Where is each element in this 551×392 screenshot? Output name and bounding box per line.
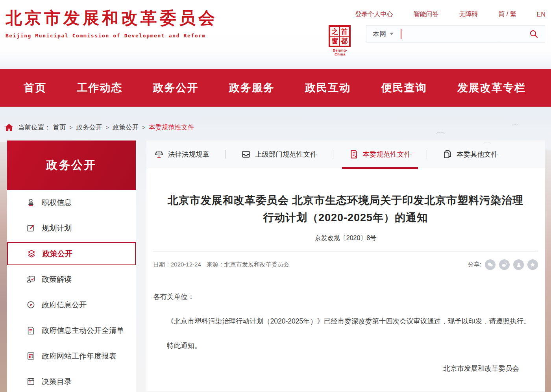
article-date: 日期：2020-12-24 bbox=[153, 261, 201, 268]
search-input[interactable] bbox=[401, 26, 529, 42]
sidebar-item-label: 政府信息公开 bbox=[42, 300, 87, 310]
background-photo-right-edge bbox=[545, 150, 551, 392]
article-source: 来源：北京市发展和改革委员会 bbox=[207, 261, 289, 268]
search-scope-label: 本网 bbox=[373, 30, 386, 39]
chevron-down-icon bbox=[390, 33, 394, 35]
breadcrumb: 当前位置： 首页 > 政务公开 > 政策公开 > 本委规范性文件 bbox=[5, 121, 551, 134]
document-icon bbox=[349, 150, 359, 159]
doc-list-icon bbox=[26, 326, 36, 335]
sidebar-item-label: 职权信息 bbox=[42, 198, 72, 208]
breadcrumb-item-home[interactable]: 首页 bbox=[53, 123, 66, 132]
sidebar-item-policy-disclosure[interactable]: 政策公开 bbox=[7, 242, 136, 265]
tab-label: 上级部门规范性文件 bbox=[255, 150, 317, 159]
sidebar-item-decision-catalog[interactable]: 决策目录 bbox=[7, 369, 136, 392]
capital-window-seal-logo[interactable]: 之 首 窗 都 Beijing-China bbox=[329, 25, 351, 56]
header-search-area: 之 首 窗 都 Beijing-China 本网 bbox=[329, 25, 545, 56]
tab-laws-regulations[interactable]: 法律法规规章 bbox=[152, 141, 212, 168]
site-title: 北京市发展和改革委员会 bbox=[6, 6, 218, 30]
article-signature: 北京市发展和改革委员会 bbox=[153, 361, 538, 375]
tab-label: 法律法规规章 bbox=[168, 150, 209, 159]
tab-label: 本委规范性文件 bbox=[363, 150, 411, 159]
nav-item-work-news[interactable]: 工作动态 bbox=[77, 81, 122, 95]
tab-divider bbox=[427, 150, 427, 159]
nav-item-convenience-query[interactable]: 便民查询 bbox=[381, 81, 427, 95]
seal-char: 窗 bbox=[330, 36, 340, 46]
login-personal-center-link[interactable]: 登录个人中心 bbox=[355, 10, 393, 18]
person-check-icon bbox=[26, 275, 36, 284]
tab-divider bbox=[333, 150, 333, 159]
article-notice: 特此通知。 bbox=[153, 338, 538, 353]
header-utility-links: 登录个人中心 智能问答 无障碍 简 / 繁 EN bbox=[355, 10, 545, 18]
sidebar-item-website-annual-report[interactable]: 政府网站工作年度报表 bbox=[7, 343, 136, 369]
breadcrumb-label: 当前位置： bbox=[18, 123, 51, 132]
tab-label: 本委其他文件 bbox=[457, 150, 498, 159]
english-link[interactable]: EN bbox=[537, 11, 545, 18]
nav-item-home[interactable]: 首页 bbox=[24, 81, 46, 95]
layers-icon bbox=[26, 249, 37, 259]
site-header: 北京市发展和改革委员会 Beijing Municipal Commission… bbox=[0, 0, 551, 69]
sidebar-item-gov-info-disclosure[interactable]: 政府信息公开 bbox=[7, 292, 136, 318]
breadcrumb-separator: > bbox=[106, 124, 109, 131]
bird-decoration bbox=[512, 123, 519, 126]
main-navigation: 首页 工作动态 政务公开 政务服务 政民互动 便民查询 发展改革专栏 bbox=[0, 69, 551, 107]
seal-char: 都 bbox=[340, 36, 349, 46]
article-title: 北京市发展和改革委员会 北京市生态环境局关于印发北京市塑料污染治理行动计划（20… bbox=[163, 192, 529, 226]
smart-qa-link[interactable]: 智能问答 bbox=[413, 10, 438, 18]
article-meta-left: 日期：2020-12-24 来源：北京市发展和改革委员会 bbox=[153, 261, 289, 268]
sidebar-item-authority-info[interactable]: 职权信息 bbox=[7, 190, 136, 215]
catalog-icon bbox=[26, 377, 36, 386]
qq-icon bbox=[516, 262, 521, 268]
seal-char: 之 bbox=[330, 27, 340, 36]
tab-commission-normative-documents[interactable]: 本委规范性文件 bbox=[347, 141, 414, 168]
accessibility-link[interactable]: 无障碍 bbox=[459, 10, 478, 18]
sidebar-item-policy-interpretation[interactable]: 政策解读 bbox=[7, 266, 136, 292]
sidebar-item-label: 政策解读 bbox=[42, 274, 72, 285]
article: 北京市发展和改革委员会 北京市生态环境局关于印发北京市塑料污染治理行动计划（20… bbox=[146, 168, 545, 391]
article-body: 各有关单位： 《北京市塑料污染治理行动计划（2020-2025年）》已经市委深改… bbox=[153, 290, 538, 375]
sidebar-item-label: 政府网站工作年度报表 bbox=[42, 351, 116, 361]
article-meta-row: 日期：2020-12-24 来源：北京市发展和改革委员会 分享: bbox=[153, 251, 538, 270]
weibo-icon bbox=[501, 262, 507, 268]
seal-caption: Beijing-China bbox=[329, 48, 351, 56]
share-weibo-button[interactable] bbox=[499, 259, 510, 270]
tab-superior-normative-documents[interactable]: 上级部门规范性文件 bbox=[239, 141, 320, 168]
stamp-icon bbox=[26, 198, 36, 207]
home-icon[interactable] bbox=[5, 124, 13, 131]
plan-edit-icon bbox=[26, 224, 36, 233]
share-group: 分享: bbox=[468, 259, 538, 270]
breadcrumb-item-gov-disclosure[interactable]: 政务公开 bbox=[76, 123, 102, 132]
nav-item-gov-services[interactable]: 政务服务 bbox=[229, 81, 275, 95]
nav-item-reform-special[interactable]: 发展改革专栏 bbox=[457, 81, 526, 95]
nav-item-gov-disclosure[interactable]: 政务公开 bbox=[153, 81, 199, 95]
breadcrumb-separator: > bbox=[70, 124, 73, 131]
share-wechat-button[interactable] bbox=[485, 259, 496, 270]
simplified-traditional-toggle[interactable]: 简 / 繁 bbox=[498, 10, 516, 18]
share-favorite-button[interactable] bbox=[527, 259, 538, 270]
breadcrumb-item-policy-disclosure[interactable]: 政策公开 bbox=[113, 123, 139, 132]
seal-box: 之 首 窗 都 bbox=[329, 25, 351, 47]
share-label: 分享: bbox=[468, 261, 481, 268]
share-qq-button[interactable] bbox=[513, 259, 524, 270]
site-subtitle: Beijing Municipal Commission of Developm… bbox=[6, 33, 218, 39]
inbox-icon bbox=[241, 150, 251, 159]
sidebar-item-plans[interactable]: 规划计划 bbox=[7, 215, 136, 241]
sidebar-item-proactive-disclosure-list[interactable]: 政府信息主动公开全清单 bbox=[7, 318, 136, 343]
search-box: 本网 bbox=[366, 25, 545, 43]
search-scope-dropdown[interactable]: 本网 bbox=[373, 30, 394, 39]
nav-item-public-interaction[interactable]: 政民互动 bbox=[305, 81, 351, 95]
search-button[interactable] bbox=[529, 29, 538, 39]
sidebar-item-label: 决策目录 bbox=[42, 377, 72, 387]
compass-icon bbox=[26, 300, 36, 309]
sidebar-item-label: 政府信息主动公开全清单 bbox=[42, 325, 124, 336]
wechat-icon bbox=[487, 262, 493, 268]
article-greeting: 各有关单位： bbox=[153, 290, 538, 304]
breadcrumb-separator: > bbox=[142, 124, 145, 131]
law-scale-icon bbox=[154, 150, 164, 159]
tab-commission-other-documents[interactable]: 本委其他文件 bbox=[440, 141, 500, 168]
search-icon bbox=[529, 29, 538, 39]
sidebar-item-label: 规划计划 bbox=[42, 223, 72, 233]
report-table-icon bbox=[26, 351, 36, 361]
site-logo[interactable]: 北京市发展和改革委员会 Beijing Municipal Commission… bbox=[6, 6, 218, 39]
seal-char: 首 bbox=[340, 27, 349, 36]
background-photo-left-edge bbox=[0, 142, 7, 392]
